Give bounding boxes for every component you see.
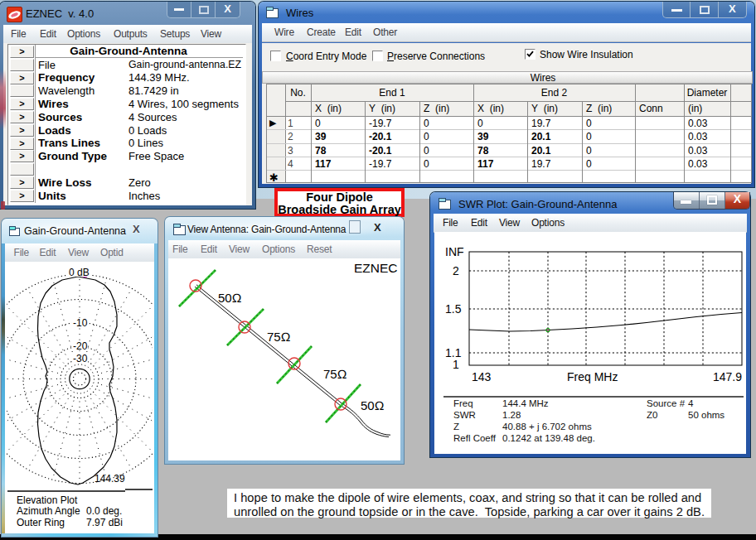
svg-text:147.9: 147.9 — [713, 370, 742, 383]
svg-text:144.39: 144.39 — [94, 473, 125, 485]
svg-text:1.28: 1.28 — [502, 410, 521, 420]
svg-text:-20: -20 — [73, 340, 88, 352]
svg-text:50 ohms: 50 ohms — [688, 410, 724, 420]
svg-text:Z: Z — [453, 422, 459, 432]
svg-text:75Ω: 75Ω — [323, 367, 346, 381]
svg-text:EZNEC: EZNEC — [354, 261, 398, 275]
svg-text:50Ω: 50Ω — [218, 291, 241, 305]
svg-text:4: 4 — [688, 398, 694, 408]
svg-text:40.88 + j 6.702 ohms: 40.88 + j 6.702 ohms — [502, 422, 592, 432]
svg-text:2: 2 — [453, 264, 459, 277]
svg-text:0 dB: 0 dB — [69, 267, 90, 278]
svg-text:Source #: Source # — [647, 398, 686, 408]
svg-text:-10: -10 — [73, 317, 88, 329]
svg-text:1: 1 — [453, 358, 459, 371]
svg-text:INF: INF — [445, 245, 464, 258]
svg-text:-30: -30 — [73, 353, 88, 364]
svg-text:50Ω: 50Ω — [361, 398, 384, 412]
svg-text:1.5: 1.5 — [445, 302, 462, 316]
svg-text:144.4 MHz: 144.4 MHz — [502, 398, 549, 408]
svg-text:Refl Coeff: Refl Coeff — [453, 433, 497, 443]
svg-text:Freq: Freq — [453, 398, 473, 408]
svg-text:0.1242 at 139.48 deg.: 0.1242 at 139.48 deg. — [502, 433, 595, 443]
svg-text:SWR: SWR — [453, 410, 476, 420]
svg-text:75Ω: 75Ω — [267, 330, 290, 344]
svg-text:Freq MHz: Freq MHz — [567, 370, 618, 383]
svg-text:Z0: Z0 — [647, 410, 657, 420]
svg-text:143: 143 — [472, 370, 492, 383]
